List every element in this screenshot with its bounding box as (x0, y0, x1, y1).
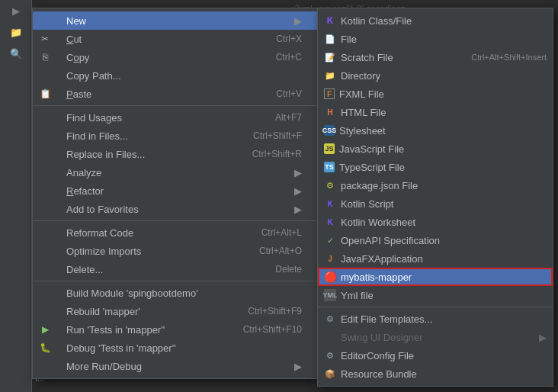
menu-item-optimize-imports[interactable]: Optimize Imports Ctrl+Alt+O (33, 242, 317, 260)
submenu-item-swing: Swing UI Designer ▶ (318, 328, 553, 346)
swing-label: Swing UI Designer (341, 332, 539, 343)
menu-item-new[interactable]: New ▶ (33, 11, 317, 30)
menu-item-delete[interactable]: Delete... Delete (33, 260, 317, 278)
menu-item-find-usages-label: Find Usages (66, 112, 252, 124)
menu-item-reformat-code[interactable]: Reformat Code Ctrl+Alt+L (33, 223, 317, 242)
cut-icon: ✂ (39, 33, 51, 45)
menu-item-run-tests-label: Run 'Tests in 'mapper'' (66, 324, 220, 336)
find-usages-icon (39, 111, 51, 124)
menu-item-find-in-files-label: Find in Files... (66, 130, 230, 142)
menu-item-copy-path[interactable]: Copy Path... (33, 66, 317, 85)
separator-2 (33, 220, 317, 221)
menu-item-more-run[interactable]: More Run/Debug ▶ (33, 357, 317, 375)
submenu-item-yml[interactable]: YML Yml file (318, 286, 553, 304)
cut-shortcut: Ctrl+X (276, 34, 302, 44)
menu-item-find-in-files[interactable]: Find in Files... Ctrl+Shift+F (33, 127, 317, 145)
find-usages-shortcut: Alt+F7 (275, 112, 302, 123)
menu-item-more-run-label: More Run/Debug (66, 361, 294, 372)
menu-item-debug-tests[interactable]: 🐛 Debug 'Tests in 'mapper'' (33, 339, 317, 357)
menu-item-analyze[interactable]: Analyze ▶ (33, 163, 317, 182)
submenu-item-scratch-file[interactable]: 📝 Scratch File Ctrl+Alt+Shift+Insert (318, 48, 553, 66)
kotlin-worksheet-label: Kotlin Worksheet (341, 217, 547, 228)
submenu-item-package-json[interactable]: ⚙ package.json File (318, 176, 553, 194)
package-json-label: package.json File (341, 180, 547, 191)
typescript-icon: TS (324, 162, 335, 172)
menu-item-paste-label: Paste (66, 88, 253, 100)
submenu-item-directory[interactable]: 📁 Directory (318, 66, 553, 85)
kotlin-class-icon: K (324, 14, 336, 27)
copy-path-icon (39, 69, 51, 82)
reformat-code-icon (39, 227, 51, 239)
menu-item-refactor[interactable]: Refactor ▶ (33, 182, 317, 200)
menu-item-paste[interactable]: 📋 Paste Ctrl+V (33, 85, 317, 103)
paste-shortcut: Ctrl+V (276, 88, 302, 99)
menu-item-build-module-label: Build Module 'spingbootdemo' (66, 288, 302, 299)
menu-item-rebuild-mapper-label: Rebuild 'mapper' (66, 306, 225, 317)
submenu-sep-1 (318, 307, 553, 307)
kotlin-script-label: Kotlin Script (341, 198, 547, 210)
javafx-icon: J (324, 252, 336, 265)
file-label: File (341, 34, 547, 45)
menu-item-copy-path-label: Copy Path... (66, 70, 302, 82)
directory-icon: 📁 (324, 69, 336, 82)
directory-label: Directory (341, 70, 547, 82)
openapi-icon: ✓ (324, 234, 336, 246)
new-arrow: ▶ (294, 15, 302, 27)
menu-item-build-module[interactable]: Build Module 'spingbootdemo' (33, 284, 317, 302)
menu-item-cut[interactable]: ✂ Cut Ctrl+X (33, 30, 317, 48)
find-in-files-shortcut: Ctrl+Shift+F (253, 130, 302, 141)
submenu-item-edit-file-templates[interactable]: ⚙ Edit File Templates... (318, 310, 553, 328)
typescript-label: TypeScript File (339, 162, 547, 173)
menu-item-find-usages[interactable]: Find Usages Alt+F7 (33, 108, 317, 127)
submenu-item-html[interactable]: H HTML File (318, 103, 553, 121)
menu-item-add-to-favorites[interactable]: Add to Favorites ▶ (33, 200, 317, 218)
submenu-item-resource-bundle[interactable]: 📦 Resource Bundle (318, 365, 553, 383)
analyze-icon (39, 166, 51, 178)
editorconfig-icon: ⚙ (324, 349, 336, 361)
menu-item-optimize-imports-label: Optimize Imports (66, 246, 236, 257)
fxml-icon: F (324, 88, 335, 99)
stylesheet-icon: CSS (324, 125, 335, 136)
package-json-icon: ⚙ (324, 179, 336, 191)
submenu-item-kotlin-worksheet[interactable]: K Kotlin Worksheet (318, 213, 553, 231)
refactor-icon (39, 185, 51, 197)
menu-item-copy-label: Copy (66, 52, 253, 63)
submenu-item-kotlin-class[interactable]: K Kotlin Class/File (318, 11, 553, 30)
separator-1 (33, 105, 317, 106)
edit-file-templates-icon: ⚙ (324, 313, 336, 325)
yml-icon: YML (324, 289, 336, 301)
more-run-icon (39, 360, 51, 372)
debug-tests-icon: 🐛 (39, 342, 51, 354)
yml-label: Yml file (341, 290, 547, 301)
menu-item-replace-in-files[interactable]: Replace in Files... Ctrl+Shift+R (33, 145, 317, 163)
fxml-label: FXML File (339, 88, 547, 100)
submenu-item-mybatis-mapper[interactable]: 🔴 mybatis-mapper (318, 268, 553, 286)
file-icon: 📄 (324, 33, 336, 45)
submenu-item-file[interactable]: 📄 File (318, 30, 553, 48)
resource-bundle-label: Resource Bundle (341, 368, 547, 380)
menu-item-debug-tests-label: Debug 'Tests in 'mapper'' (66, 342, 302, 354)
replace-in-files-icon (39, 148, 51, 160)
scratch-file-icon: 📝 (324, 51, 336, 63)
add-favorites-arrow: ▶ (294, 204, 302, 215)
submenu-item-fxml[interactable]: F FXML File (318, 85, 553, 103)
submenu-item-typescript[interactable]: TS TypeScript File (318, 158, 553, 176)
build-module-icon (39, 287, 51, 299)
add-to-favorites-icon (39, 203, 51, 215)
submenu-item-javascript[interactable]: JS JavaScript File (318, 140, 553, 158)
submenu-item-editorconfig[interactable]: ⚙ EditorConfig File (318, 346, 553, 365)
submenu-item-javafx[interactable]: J JavaFXApplication (318, 249, 553, 268)
submenu-item-kotlin-script[interactable]: K Kotlin Script (318, 194, 553, 213)
menu-item-copy[interactable]: ⎘ Copy Ctrl+C (33, 48, 317, 66)
sidebar: ▶ 📁 🔍 (0, 0, 32, 392)
rebuild-mapper-icon (39, 305, 51, 317)
kotlin-script-icon: K (324, 198, 336, 210)
kotlin-class-label: Kotlin Class/File (341, 15, 547, 27)
submenu-item-stylesheet[interactable]: CSS Stylesheet (318, 121, 553, 140)
openapi-label: OpenAPI Specification (341, 235, 547, 246)
menu-item-rebuild-mapper[interactable]: Rebuild 'mapper' Ctrl+Shift+F9 (33, 302, 317, 320)
kotlin-worksheet-icon: K (324, 216, 336, 228)
menu-item-run-tests[interactable]: ▶ Run 'Tests in 'mapper'' Ctrl+Shift+F10 (33, 320, 317, 339)
reformat-code-shortcut: Ctrl+Alt+L (261, 227, 302, 238)
submenu-item-openapi[interactable]: ✓ OpenAPI Specification (318, 231, 553, 249)
